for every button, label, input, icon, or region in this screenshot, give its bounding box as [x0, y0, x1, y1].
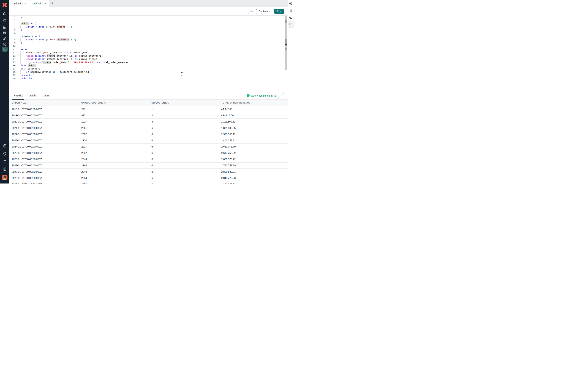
code-line-6[interactable]: 6: [9, 32, 288, 35]
new-tab-button[interactable]: +: [49, 0, 55, 7]
table-cell: 2,845,473.93: [219, 177, 288, 179]
code-line-14[interactable]: 14 count(distinct orders.location_id) as…: [9, 58, 288, 61]
table-cell: 2944: [79, 158, 149, 161]
sidebar-item-inbox[interactable]: [0, 17, 9, 23]
code-line-13[interactable]: 13 count(distinct orders.customer_id) as…: [9, 54, 288, 58]
ai-chat-sparkle-icon: [289, 22, 293, 26]
sidebar-item-catalog[interactable]: [0, 42, 9, 47]
results-table-header: ORDER_YEAR UNIQUE_CUSTOMERS UNIQUE_CITIE…: [9, 100, 288, 106]
table-row[interactable]: 2026-01-01T00:00:00.000Z294462,690,570.7…: [9, 156, 288, 162]
code-line-20[interactable]: 20order by 1: [9, 77, 288, 80]
table-row[interactable]: 2029-01-01T00:00:00.000Z295462,845,473.9…: [9, 175, 288, 181]
code-line-19[interactable]: 19group by 1: [9, 74, 288, 77]
code-line-1[interactable]: 1with: [9, 16, 288, 19]
close-tab-icon[interactable]: ✕: [25, 2, 27, 5]
code-line-10[interactable]: 10: [9, 45, 288, 48]
line-number: 16: [9, 64, 16, 67]
table-row[interactable]: 2021-01-01T00:00:00.000Z266161,871,800.8…: [9, 125, 288, 131]
table-cell: 2020-01-01T00:00:00.000Z: [9, 120, 79, 123]
run-button[interactable]: Run: [274, 9, 284, 14]
table-row[interactable]: 2030-01-01T00:00:00.000Z287961,841,049.3…: [9, 181, 288, 184]
sidebar-item-dashboards[interactable]: [0, 25, 9, 30]
code-line-12[interactable]: 12 date_trunc('year', ordered_at) as ord…: [9, 51, 288, 54]
sidebar-item-tasks[interactable]: [0, 143, 9, 149]
table-cell: 2026-01-01T00:00:00.000Z: [9, 158, 79, 161]
editor-scrollbar[interactable]: [285, 16, 287, 70]
table-cell: 494,818.00: [219, 114, 288, 117]
table-cell: 2,742,751.39: [219, 164, 288, 167]
sql-code-editor[interactable]: 1with23orders as (4 select * from {{ ref…: [9, 16, 288, 92]
code-line-4[interactable]: 4 select * from {{ ref('orders') }}: [9, 25, 288, 29]
column-header-order-year[interactable]: ORDER_YEAR: [9, 102, 79, 104]
table-cell: 6: [149, 133, 219, 136]
table-cell: 6: [149, 158, 219, 161]
right-item-ai-assistant[interactable]: [288, 21, 294, 28]
sidebar-item-code-ide[interactable]: [0, 31, 9, 35]
line-number: 19: [9, 74, 16, 77]
table-cell: 1,841,049.32: [219, 183, 288, 184]
table-row[interactable]: 2020-01-01T00:00:00.000Z191741,115,869.5…: [9, 119, 288, 125]
table-cell: 2: [149, 114, 219, 117]
editor-tabbar: Untitled 1 ✕ Untitled 1 ✕ +: [9, 0, 288, 7]
code-line-17[interactable]: 17join customers: [9, 67, 288, 70]
sidebar-item-docs[interactable]: [0, 158, 9, 164]
user-avatar[interactable]: [0, 175, 9, 180]
line-number: 7: [9, 35, 16, 38]
table-row[interactable]: 2027-01-01T00:00:00.000Z294662,742,751.3…: [9, 163, 288, 169]
line-number: 17: [9, 67, 16, 70]
sidebar-item-organization[interactable]: [0, 166, 9, 172]
table-row[interactable]: 2019-01-01T00:00:00.000Z9772494,818.00: [9, 112, 288, 119]
right-item-history[interactable]: [288, 14, 294, 21]
table-cell: 4: [149, 120, 219, 123]
code-line-16[interactable]: 16from orders: [9, 64, 288, 67]
check-circle-icon: ✓: [247, 94, 250, 97]
code-line-3[interactable]: 3orders as (: [9, 22, 288, 25]
left-sidebar: [0, 0, 9, 184]
code-line-5[interactable]: 5),: [9, 29, 288, 32]
table-cell: 6: [149, 139, 219, 142]
sidebar-item-terminal[interactable]: [0, 46, 9, 52]
code-line-15[interactable]: 15 to_char(sum(orders.order_total), '999…: [9, 61, 288, 64]
tab-untitled-1-active[interactable]: Untitled 1 ✕: [29, 0, 49, 7]
table-row[interactable]: 2024-01-01T00:00:00.000Z292762,551,076.7…: [9, 144, 288, 150]
table-row[interactable]: 2022-01-01T00:00:00.000Z290262,325,556.1…: [9, 131, 288, 137]
table-cell: 2,617,453.32: [219, 152, 288, 154]
line-number: 11: [9, 48, 16, 51]
code-line-11[interactable]: 11select: [9, 48, 288, 51]
code-line-7[interactable]: 7customers as (: [9, 35, 288, 38]
tab-chart[interactable]: Chart: [43, 92, 49, 100]
bookmark-button[interactable]: Bookmark: [256, 9, 272, 14]
line-number: 4: [9, 25, 16, 29]
sidebar-item-lineage[interactable]: [0, 36, 9, 41]
table-row[interactable]: 2025-01-01T00:00:00.000Z293262,617,453.3…: [9, 150, 288, 156]
table-cell: 2022-01-01T00:00:00.000Z: [9, 133, 79, 136]
code-line-8[interactable]: 8 select * from {{ ref('customers') }}: [9, 38, 288, 41]
lineage-icon: [3, 37, 7, 41]
tab-untitled-1[interactable]: Untitled 1 ✕: [9, 0, 29, 7]
more-options-button[interactable]: •••: [248, 9, 254, 14]
line-number: 10: [9, 45, 16, 48]
results-more-button[interactable]: •••: [278, 93, 284, 98]
tab-results[interactable]: Results: [14, 92, 23, 100]
table-cell: 977: [79, 114, 149, 117]
column-header-unique-cities[interactable]: UNIQUE_CITIES: [149, 102, 219, 104]
sidebar-item-home[interactable]: [0, 11, 9, 17]
bookmark-icon: [289, 8, 293, 12]
sidebar-item-support[interactable]: [0, 151, 9, 156]
right-item-discover[interactable]: [288, 0, 294, 7]
code-line-9[interactable]: 9): [9, 42, 288, 45]
table-row[interactable]: 2028-01-01T00:00:00.000Z294962,808,539.0…: [9, 169, 288, 175]
column-header-total-order-revenue[interactable]: TOTAL_ORDER_REVENUE: [219, 102, 288, 104]
column-header-unique-customers[interactable]: UNIQUE_CUSTOMERS: [79, 102, 149, 104]
table-row[interactable]: 2023-01-01T00:00:00.000Z293062,453,253.3…: [9, 137, 288, 144]
right-item-bookmarks[interactable]: [288, 7, 294, 14]
app-logo[interactable]: [0, 0, 9, 10]
code-line-18[interactable]: 18 on orders.customer_id = customers.cus…: [9, 70, 288, 74]
close-tab-icon[interactable]: ✕: [45, 2, 47, 5]
tab-details[interactable]: Details: [29, 92, 37, 100]
table-cell: 2,453,253.32: [219, 139, 288, 142]
table-cell: 1,871,800.85: [219, 127, 288, 129]
table-row[interactable]: 2018-01-01T00:00:00.000Z221144,442.65: [9, 106, 288, 112]
code-line-2[interactable]: 2: [9, 19, 288, 22]
table-cell: 6: [149, 170, 219, 173]
